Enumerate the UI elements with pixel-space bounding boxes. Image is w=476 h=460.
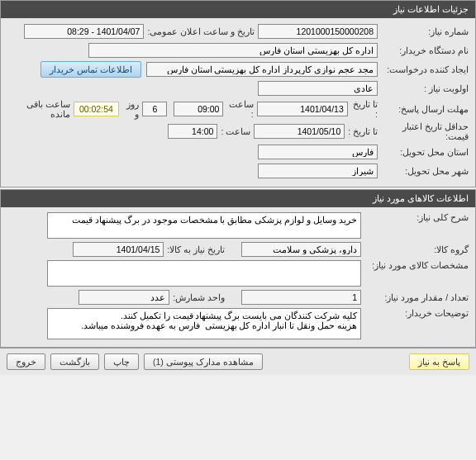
need-number-label: شماره نیاز: xyxy=(378,26,469,36)
announce-field xyxy=(24,24,144,39)
need-date-field xyxy=(73,242,164,257)
unit-field xyxy=(79,290,169,305)
row-city: شهر محل تحویل: xyxy=(7,163,469,179)
exit-button[interactable]: خروج xyxy=(7,353,45,370)
row-min-validity: حداقل تاریخ اعتبار قیمت: تا تاریخ : ساعت… xyxy=(7,121,469,141)
back-button[interactable]: بازگشت xyxy=(50,353,99,370)
buyer-notes-label: توضیحات خریدار: xyxy=(361,308,469,318)
min-validity-time-field xyxy=(168,124,217,139)
row-buyer: نام دستگاه خریدار: xyxy=(7,42,469,59)
row-province: استان محل تحویل: xyxy=(7,144,469,160)
province-field xyxy=(258,145,378,159)
deadline-time-field xyxy=(174,102,223,116)
need-date-label: تاریخ نیاز به کالا: xyxy=(167,244,225,254)
countdown-timer: 00:02:54 xyxy=(74,102,119,116)
deadline-label: مهلت ارسال پاسخ: xyxy=(378,104,469,114)
requester-label: ایجاد کننده درخواست: xyxy=(378,64,469,74)
row-spec: مشخصات کالای مورد نیاز: xyxy=(7,260,469,287)
spec-field xyxy=(47,260,361,287)
row-need-number: شماره نیاز: تاریخ و ساعت اعلان عمومی: xyxy=(7,23,469,40)
goods-body: شرح کلی نیاز: گروه کالا: تاریخ نیاز به ک… xyxy=(1,207,475,347)
deadline-date-field xyxy=(257,102,348,116)
row-qty: تعداد / مقدار مورد نیاز: واحد شمارش: xyxy=(7,289,469,306)
goods-header: اطلاعات کالاهای مورد نیاز xyxy=(1,190,475,207)
row-priority: اولویت نیاز : xyxy=(7,80,469,97)
buyer-label: نام دستگاه خریدار: xyxy=(378,45,469,55)
buyer-contact-button[interactable]: اطلاعات تماس خریدار xyxy=(40,61,141,78)
remaining-days-field xyxy=(142,102,167,116)
min-validity-date-field xyxy=(254,124,345,139)
row-requester: ایجاد کننده درخواست: اطلاعات تماس خریدار xyxy=(7,61,469,78)
min-validity-label: حداقل تاریخ اعتبار قیمت: xyxy=(378,121,469,141)
city-field xyxy=(258,164,378,178)
unit-label: واحد شمارش: xyxy=(173,292,225,302)
days-and-label: روز و xyxy=(122,99,140,119)
announce-label: تاریخ و ساعت اعلان عمومی: xyxy=(147,26,255,36)
time-label-1: ساعت : xyxy=(226,99,253,119)
spec-label: مشخصات کالای مورد نیاز: xyxy=(361,260,469,270)
buyer-field xyxy=(88,43,378,58)
to-date-label-2: تا تاریخ : xyxy=(348,126,378,136)
desc-general-field xyxy=(47,212,361,239)
buyer-notes-field xyxy=(47,308,361,339)
row-deadline: مهلت ارسال پاسخ: تا تاریخ : ساعت : روز و… xyxy=(7,99,469,119)
priority-field xyxy=(258,81,378,96)
need-details-panel: جزئیات اطلاعات نیاز شماره نیاز: تاریخ و … xyxy=(0,0,476,187)
footer-bar: پاسخ به نیاز مشاهده مدارک پیوستی (1) چاپ… xyxy=(0,348,476,375)
print-button[interactable]: چاپ xyxy=(104,353,139,370)
need-number-field xyxy=(258,24,378,39)
requester-field xyxy=(146,62,378,77)
row-desc-general: شرح کلی نیاز: xyxy=(7,212,469,239)
city-label: شهر محل تحویل: xyxy=(378,166,469,176)
desc-general-label: شرح کلی نیاز: xyxy=(361,212,469,222)
row-buyer-notes: توضیحات خریدار: xyxy=(7,308,469,339)
remaining-hours-label: ساعت باقی مانده xyxy=(11,99,70,119)
group-label: گروه کالا: xyxy=(361,244,469,254)
to-date-label: تا تاریخ : xyxy=(351,99,378,119)
qty-field xyxy=(241,290,361,305)
need-details-body: شماره نیاز: تاریخ و ساعت اعلان عمومی: نا… xyxy=(1,18,475,187)
goods-panel: اطلاعات کالاهای مورد نیاز شرح کلی نیاز: … xyxy=(0,189,476,348)
need-details-header: جزئیات اطلاعات نیاز xyxy=(1,1,475,18)
time-label-2: ساعت : xyxy=(221,126,250,136)
group-field xyxy=(241,242,361,257)
qty-label: تعداد / مقدار مورد نیاز: xyxy=(361,292,469,302)
row-group: گروه کالا: تاریخ نیاز به کالا: xyxy=(7,241,469,258)
priority-label: اولویت نیاز : xyxy=(378,83,469,93)
province-label: استان محل تحویل: xyxy=(378,147,469,157)
attachments-button[interactable]: مشاهده مدارک پیوستی (1) xyxy=(144,353,263,370)
respond-button[interactable]: پاسخ به نیاز xyxy=(409,353,469,370)
